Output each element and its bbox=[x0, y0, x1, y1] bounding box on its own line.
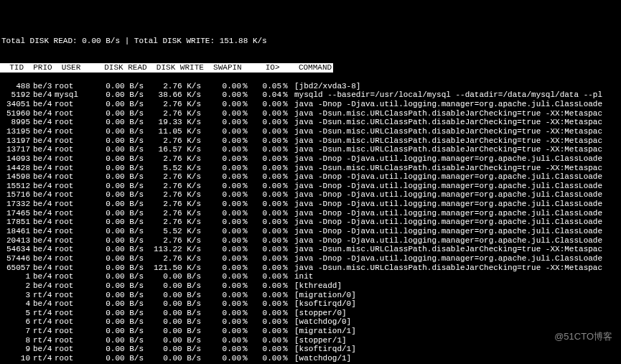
process-row[interactable]: 13197be/4root0.00 B/s2.76 K/s0.00%0.00%j… bbox=[0, 136, 621, 146]
cell-swapin: 0.00 bbox=[201, 127, 241, 136]
process-row[interactable]: 14428be/4root0.00 B/s5.52 K/s0.00%0.00%j… bbox=[0, 164, 621, 173]
cell-user: root bbox=[55, 182, 89, 191]
pct-icon: % bbox=[241, 109, 250, 118]
cell-user: root bbox=[55, 272, 89, 281]
cell-disk-write: 2.76 K/s bbox=[144, 100, 201, 109]
pct-icon: % bbox=[241, 327, 250, 336]
pct-icon: % bbox=[281, 327, 290, 336]
cell-user: root bbox=[55, 291, 89, 300]
col-io[interactable]: IO> bbox=[242, 63, 280, 72]
process-row[interactable]: 2be/4root0.00 B/s0.00 B/s0.00%0.00%[kthr… bbox=[0, 281, 621, 291]
cell-disk-write: 121.50 K/s bbox=[144, 263, 201, 273]
process-row[interactable]: 3rt/4root0.00 B/s0.00 B/s0.00%0.00%[migr… bbox=[0, 291, 621, 300]
process-row[interactable]: 10rt/4root0.00 B/s0.00 B/s0.00%0.00%[wat… bbox=[0, 354, 621, 363]
col-command[interactable]: COMMAND bbox=[280, 63, 332, 72]
pct-icon: % bbox=[241, 263, 250, 273]
cell-tid: 14428 bbox=[1, 164, 30, 173]
process-row[interactable]: 13195be/4root0.00 B/s11.05 K/s0.00%0.00%… bbox=[0, 127, 621, 136]
process-row[interactable]: 7rt/4root0.00 B/s0.00 B/s0.00%0.00%[migr… bbox=[0, 327, 621, 336]
cell-prio: rt/4 bbox=[30, 354, 55, 363]
cell-disk-write: 0.00 B/s bbox=[144, 309, 201, 318]
pct-icon: % bbox=[241, 254, 250, 263]
process-row[interactable]: 5rt/4root0.00 B/s0.00 B/s0.00%0.00%[stop… bbox=[0, 309, 621, 318]
process-row[interactable]: 6rt/4root0.00 B/s0.00 B/s0.00%0.00%[watc… bbox=[0, 317, 621, 327]
cell-swapin: 0.00 bbox=[201, 236, 241, 246]
total-read-label: Total DISK READ: bbox=[1, 37, 82, 45]
pct-icon: % bbox=[241, 145, 250, 154]
process-row[interactable]: 8995be/4root0.00 B/s19.33 K/s0.00%0.00%j… bbox=[0, 118, 621, 127]
process-row[interactable]: 13717be/4root0.00 B/s16.57 K/s0.00%0.00%… bbox=[0, 145, 621, 154]
cell-swapin: 0.00 bbox=[201, 317, 241, 327]
process-row[interactable]: 5192be/4mysql0.00 B/s38.66 K/s0.00%0.04%… bbox=[0, 90, 621, 100]
process-row[interactable]: 8rt/4root0.00 B/s0.00 B/s0.00%0.00%[stop… bbox=[0, 336, 621, 345]
col-prio[interactable]: PRIO bbox=[24, 63, 52, 72]
cell-disk-write: 5.52 K/s bbox=[144, 164, 201, 173]
cell-disk-write: 2.76 K/s bbox=[144, 200, 201, 209]
cell-disk-write: 2.76 K/s bbox=[144, 109, 201, 118]
cell-swapin: 0.00 bbox=[201, 299, 241, 309]
cell-io: 0.00 bbox=[250, 263, 281, 273]
col-tid[interactable]: TID bbox=[0, 63, 24, 72]
process-row[interactable]: 15716be/4root0.00 B/s2.76 K/s0.00%0.00%j… bbox=[0, 190, 621, 200]
cell-swapin: 0.00 bbox=[201, 245, 241, 254]
cell-disk-write: 0.00 B/s bbox=[144, 299, 201, 309]
cell-disk-write: 2.76 K/s bbox=[144, 190, 201, 200]
col-dwrite[interactable]: DISK WRITE bbox=[147, 63, 204, 72]
process-row[interactable]: 20413be/4root0.00 B/s2.76 K/s0.00%0.00%j… bbox=[0, 236, 621, 246]
cell-command: [ksoftirqd/0] bbox=[290, 299, 356, 309]
cell-command: mysqld --basedir=/usr/local/mysql --data… bbox=[290, 90, 602, 100]
cell-command: [jbd2/xvda3-8] bbox=[290, 82, 360, 91]
cell-disk-read: 0.00 B/s bbox=[89, 209, 144, 218]
cell-tid: 17851 bbox=[1, 218, 30, 227]
pct-icon: % bbox=[281, 190, 290, 200]
process-row[interactable]: 17465be/4root0.00 B/s2.76 K/s0.00%0.00%j… bbox=[0, 209, 621, 218]
cell-swapin: 0.00 bbox=[201, 164, 241, 173]
total-write-value: 151.88 K/s bbox=[220, 37, 267, 45]
col-dread[interactable]: DISK READ bbox=[80, 63, 146, 72]
cell-io: 0.00 bbox=[250, 109, 281, 118]
cell-io: 0.00 bbox=[250, 254, 281, 263]
process-row[interactable]: 54634be/4root0.00 B/s113.22 K/s0.00%0.00… bbox=[0, 245, 621, 254]
process-row[interactable]: 17332be/4root0.00 B/s2.76 K/s0.00%0.00%j… bbox=[0, 200, 621, 209]
process-row[interactable]: 65057be/4root0.00 B/s121.50 K/s0.00%0.00… bbox=[0, 263, 621, 273]
cell-prio: be/4 bbox=[30, 100, 55, 109]
cell-user: root bbox=[55, 254, 89, 263]
cell-tid: 2 bbox=[1, 281, 30, 291]
process-row[interactable]: 51960be/4root0.00 B/s2.76 K/s0.00%0.00%j… bbox=[0, 109, 621, 118]
process-row[interactable]: 9be/4root0.00 B/s0.00 B/s0.00%0.00%[ksof… bbox=[0, 345, 621, 354]
cell-tid: 17465 bbox=[1, 209, 30, 218]
cell-prio: be/4 bbox=[30, 245, 55, 254]
column-header-row[interactable]: TID PRIO USER DISK READ DISK WRITE SWAPI… bbox=[0, 63, 333, 73]
cell-tid: 51960 bbox=[1, 109, 30, 118]
cell-io: 0.00 bbox=[250, 127, 281, 136]
pct-icon: % bbox=[241, 136, 250, 146]
process-row[interactable]: 488be/3root0.00 B/s2.76 K/s0.00%0.05%[jb… bbox=[0, 82, 621, 91]
process-row[interactable]: 17851be/4root0.00 B/s2.76 K/s0.00%0.00%j… bbox=[0, 218, 621, 227]
process-row[interactable]: 34051be/4root0.00 B/s2.76 K/s0.00%0.00%j… bbox=[0, 100, 621, 109]
cell-tid: 8995 bbox=[1, 118, 30, 127]
cell-disk-read: 0.00 B/s bbox=[89, 263, 144, 273]
cell-swapin: 0.00 bbox=[201, 136, 241, 146]
process-row[interactable]: 1be/4root0.00 B/s0.00 B/s0.00%0.00%init bbox=[0, 272, 621, 281]
cell-io: 0.00 bbox=[250, 327, 281, 336]
cell-user: root bbox=[55, 118, 89, 127]
col-swapin[interactable]: SWAPIN bbox=[204, 63, 242, 72]
cell-prio: rt/4 bbox=[30, 336, 55, 345]
process-row[interactable]: 14598be/4root0.00 B/s2.76 K/s0.00%0.00%j… bbox=[0, 172, 621, 182]
cell-user: root bbox=[55, 190, 89, 200]
cell-prio: be/4 bbox=[30, 236, 55, 246]
col-user[interactable]: USER bbox=[52, 63, 81, 72]
process-row[interactable]: 15512be/4root0.00 B/s2.76 K/s0.00%0.00%j… bbox=[0, 182, 621, 191]
process-row[interactable]: 57446be/4root0.00 B/s2.76 K/s0.00%0.00%j… bbox=[0, 254, 621, 263]
cell-swapin: 0.00 bbox=[201, 272, 241, 281]
process-row[interactable]: 18461be/4root0.00 B/s5.52 K/s0.00%0.00%j… bbox=[0, 227, 621, 236]
process-row[interactable]: 14093be/4root0.00 B/s2.76 K/s0.00%0.00%j… bbox=[0, 154, 621, 164]
cell-swapin: 0.00 bbox=[201, 90, 241, 100]
cell-command: java -Dnop -Djava.util.logging.manager=o… bbox=[290, 209, 602, 218]
pct-icon: % bbox=[281, 90, 290, 100]
cell-tid: 20413 bbox=[1, 236, 30, 246]
process-row[interactable]: 4be/4root0.00 B/s0.00 B/s0.00%0.00%[ksof… bbox=[0, 299, 621, 309]
cell-disk-write: 5.52 K/s bbox=[144, 227, 201, 236]
cell-tid: 9 bbox=[1, 345, 30, 354]
pct-icon: % bbox=[241, 164, 250, 173]
